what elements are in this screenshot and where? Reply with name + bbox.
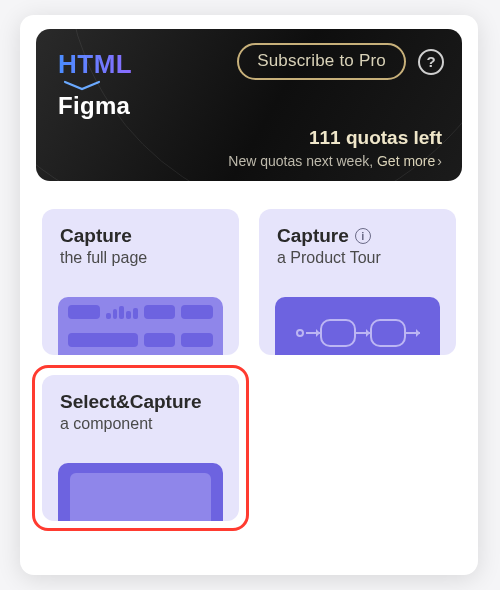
card-subtitle: a Product Tour: [277, 249, 438, 267]
card-grid: Capture the full page Capture i a Produc…: [36, 209, 462, 521]
hero-banner: HTML Figma Subscribe to Pro ? 111 quotas…: [36, 29, 462, 181]
quota-subtext: New quotas next week, Get more›: [228, 153, 442, 169]
brand-html-label: HTML: [58, 49, 132, 80]
chevron-right-icon: ›: [437, 153, 442, 169]
card-title-text: Capture: [277, 225, 349, 247]
card-title: Capture: [60, 225, 221, 247]
card-title: Capture i: [277, 225, 438, 247]
panel-inner: HTML Figma Subscribe to Pro ? 111 quotas…: [36, 29, 462, 521]
select-capture-component-card[interactable]: Select&Capture a component: [42, 375, 239, 521]
quota-block: 111 quotas left New quotas next week, Ge…: [228, 127, 442, 169]
card-subtitle: a component: [60, 415, 221, 433]
subscribe-button[interactable]: Subscribe to Pro: [237, 43, 406, 80]
brand-figma-label: Figma: [58, 92, 132, 120]
info-icon[interactable]: i: [355, 228, 371, 244]
card-subtitle: the full page: [60, 249, 221, 267]
component-art-icon: [58, 463, 223, 521]
card-title: Select&Capture: [60, 391, 221, 413]
get-more-link[interactable]: Get more: [377, 153, 435, 169]
brand-block: HTML Figma: [58, 49, 132, 120]
dashboard-art-icon: [58, 297, 223, 355]
capture-product-tour-card[interactable]: Capture i a Product Tour: [259, 209, 456, 355]
quota-count: 111 quotas left: [228, 127, 442, 149]
help-icon[interactable]: ?: [418, 49, 444, 75]
extension-panel: HTML Figma Subscribe to Pro ? 111 quotas…: [20, 15, 478, 575]
flow-art-icon: [275, 297, 440, 355]
down-arrow-icon: [58, 80, 106, 92]
quota-prefix: New quotas next week,: [228, 153, 377, 169]
capture-full-page-card[interactable]: Capture the full page: [42, 209, 239, 355]
